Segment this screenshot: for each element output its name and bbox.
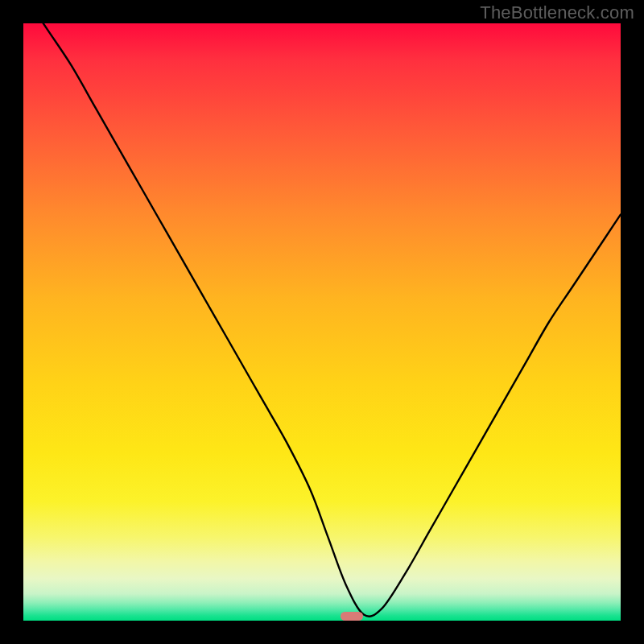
bottleneck-curve [23, 23, 621, 617]
watermark-text: TheBottleneck.com [480, 2, 634, 23]
plot-area [23, 23, 621, 621]
chart-frame: TheBottleneck.com [0, 0, 644, 644]
curve-layer [23, 23, 621, 621]
optimal-point-marker [341, 612, 362, 621]
